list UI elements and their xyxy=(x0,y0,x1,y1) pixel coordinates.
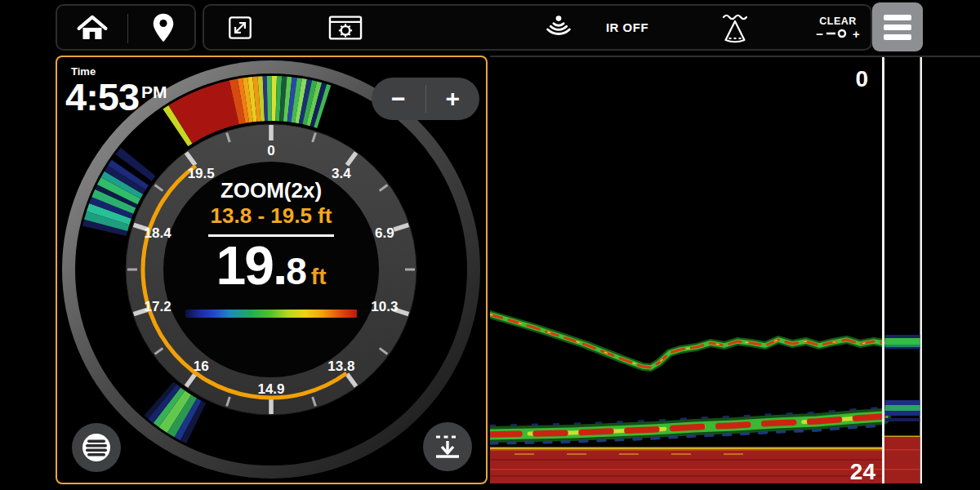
dial-label: 16 xyxy=(194,359,209,374)
sonar-graph: 0 24 xyxy=(490,57,980,483)
view-toolbar-group: IR OFF CLEAR − + xyxy=(203,4,872,51)
dial-label: 13.8 xyxy=(327,359,354,374)
rts-band xyxy=(885,411,920,416)
rts-bottom-zone xyxy=(884,437,920,483)
clear-slider: − + xyxy=(816,28,860,40)
ir-toggle-button[interactable]: IR OFF xyxy=(602,6,653,49)
rts-band xyxy=(885,405,920,411)
nav-button-group xyxy=(56,4,196,51)
menu-button[interactable] xyxy=(872,2,923,51)
hamburger-menu-icon xyxy=(884,15,911,20)
sonar-returns xyxy=(490,57,922,483)
depth-readout: 19.8ft xyxy=(157,240,385,305)
dial-label: 14.9 xyxy=(257,381,284,397)
ir-toggle-label: IR OFF xyxy=(606,20,648,34)
color-palette-bar xyxy=(185,310,357,318)
clear-control[interactable]: CLEAR − + xyxy=(809,6,866,49)
clear-slider-track xyxy=(826,28,850,39)
settings-window-icon xyxy=(325,11,366,44)
depth-value-frac: 8 xyxy=(286,250,307,292)
depth-lock-icon xyxy=(431,430,464,463)
rts-line-left xyxy=(882,57,884,483)
expand-button[interactable] xyxy=(217,6,263,49)
striped-sphere-icon xyxy=(81,432,112,463)
top-toolbar: IR OFF CLEAR − + xyxy=(0,0,980,54)
expand-icon xyxy=(224,11,256,44)
bottom-zone-line xyxy=(490,459,882,461)
rts-bottom-line xyxy=(884,449,920,451)
sonar-pane[interactable]: 0 24 xyxy=(490,56,980,483)
flasher-center-display: ZOOM(2x) 13.8 - 19.5 ft 19.8ft xyxy=(157,178,385,318)
sonar-ping-button[interactable] xyxy=(536,6,581,49)
zoom-out-button[interactable]: − xyxy=(372,78,425,120)
rts-band xyxy=(885,418,920,421)
dial-label: 0 xyxy=(267,143,274,158)
bottom-zone-line xyxy=(490,475,882,477)
time-display: Time 4:53 PM xyxy=(65,65,167,116)
depth-unit: ft xyxy=(311,264,327,289)
rts-band xyxy=(885,347,920,350)
waypoint-button[interactable] xyxy=(128,6,198,49)
clear-plus-label: + xyxy=(853,28,860,40)
time-period: PM xyxy=(141,83,167,100)
rts-band xyxy=(885,400,920,405)
rts-line-right xyxy=(920,57,923,483)
rts-bottom-line xyxy=(884,469,920,470)
flasher-pane[interactable]: 03.46.910.313.814.91617.218.419.5 Time 4… xyxy=(56,56,488,484)
home-icon xyxy=(74,11,111,45)
bottom-zone-line xyxy=(490,469,882,470)
palette-button[interactable] xyxy=(72,423,121,472)
rts-band xyxy=(885,345,920,347)
location-pin-icon xyxy=(147,11,180,45)
clear-minus-label: − xyxy=(816,28,823,40)
bottom-lock-button[interactable] xyxy=(423,422,472,471)
bottom-zone-edge xyxy=(490,448,882,450)
depth-value-int: 19. xyxy=(216,235,287,296)
transducer-cone-icon xyxy=(717,10,753,46)
zoom-in-button[interactable]: + xyxy=(426,78,480,120)
home-button[interactable] xyxy=(57,6,127,49)
rts-band xyxy=(885,338,920,345)
sonar-ping-icon xyxy=(541,12,576,43)
depth-scale-top: 0 xyxy=(855,66,868,91)
depth-scale-bottom: 24 xyxy=(850,459,876,483)
rts-bottom-edge xyxy=(884,436,920,438)
transducer-cone-button[interactable] xyxy=(712,6,758,49)
clear-label: CLEAR xyxy=(819,16,857,27)
sonar-trace-glow xyxy=(490,314,883,368)
bottom-zone-edge2 xyxy=(490,449,882,451)
zoom-mode-label: ZOOM(2x) xyxy=(157,178,385,203)
time-value: 4:53 xyxy=(65,78,139,116)
settings-button[interactable] xyxy=(323,6,368,49)
zoom-range-label: 13.8 - 19.5 ft xyxy=(157,203,385,229)
zoom-stepper: − + xyxy=(372,78,479,120)
rts-band xyxy=(885,335,920,338)
